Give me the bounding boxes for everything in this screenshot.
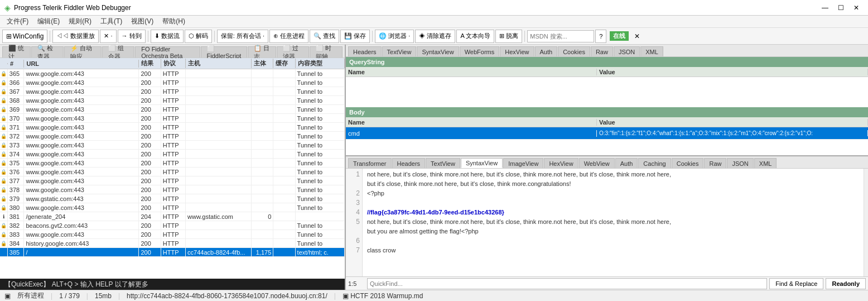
tab-composer[interactable]: ⬜ 组合器 xyxy=(102,46,135,58)
quickfind-input[interactable] xyxy=(367,278,767,289)
session-url: www.google.com:443 xyxy=(24,78,139,87)
save-button[interactable]: 💾 保存 xyxy=(340,30,370,43)
resp-tab-textview[interactable]: TextView xyxy=(426,158,460,168)
resp-tab-auth[interactable]: Auth xyxy=(615,158,638,168)
session-row[interactable]: 🔒 380 www.google.com:443 200 HTTP Tunnel… xyxy=(0,203,345,212)
tab-filters[interactable]: ⬜ 过滤器 xyxy=(277,46,310,58)
session-row[interactable]: 🔒 369 www.google.com:443 200 HTTP Tunnel… xyxy=(0,105,345,114)
session-row[interactable]: 🔒 376 www.google.com:443 200 HTTP Tunnel… xyxy=(0,168,345,176)
req-tab-xml[interactable]: XML xyxy=(640,46,663,56)
session-row[interactable]: 🔒 366 www.google.com:443 200 HTTP Tunnel… xyxy=(0,78,345,87)
session-row[interactable]: 🔒 368 www.google.com:443 200 HTTP Tunnel… xyxy=(0,96,345,105)
session-row[interactable]: 🔒 370 www.google.com:443 200 HTTP Tunnel… xyxy=(0,114,345,123)
session-row[interactable]: 🔒 374 www.google.com:443 200 HTTP Tunnel… xyxy=(0,150,345,159)
session-row[interactable]: 385 / 200 HTTP cc744acb-8824-4fb... 1,17… xyxy=(0,248,345,257)
resp-tab-imageview[interactable]: ImageView xyxy=(503,158,543,168)
session-row[interactable]: 🔒 371 www.google.com:443 200 HTTP Tunnel… xyxy=(0,123,345,132)
find-button[interactable]: 🔍 查找 xyxy=(310,30,339,43)
req-tab-hexview[interactable]: HexView xyxy=(500,46,534,56)
tab-autoresponse[interactable]: ⚡ 自动响应 xyxy=(64,46,102,58)
remove-button[interactable]: ✕ · xyxy=(100,30,116,43)
tab-inspector[interactable]: 🔍 检查器 xyxy=(31,46,64,58)
readonly-button[interactable]: Readonly xyxy=(826,278,866,289)
maximize-button[interactable]: ☐ xyxy=(833,2,848,13)
resp-tab-headers[interactable]: Headers xyxy=(392,158,426,168)
clear-button[interactable]: ◈ 清除遮存 xyxy=(415,30,455,43)
session-protocol: HTTP xyxy=(161,194,186,203)
toolbar-close-button[interactable]: ✕ xyxy=(630,31,644,42)
session-lock: 🔒 xyxy=(0,203,8,212)
qs-name-col: Name xyxy=(346,69,597,75)
req-tab-json[interactable]: JSON xyxy=(614,46,640,56)
req-tab-headers[interactable]: Headers xyxy=(348,46,382,56)
menu-tools[interactable]: 工具(T) xyxy=(96,16,127,27)
winconfig-button[interactable]: ⊞ WinConfig xyxy=(2,30,47,43)
find-replace-button[interactable]: Find & Replace xyxy=(769,278,823,289)
menu-help[interactable]: 帮助(H) xyxy=(158,16,190,27)
close-button[interactable]: ✕ xyxy=(849,2,864,13)
req-tab-syntaxview[interactable]: SyntaxView xyxy=(417,46,459,56)
session-row[interactable]: 🔒 373 www.google.com:443 200 HTTP Tunnel… xyxy=(0,141,345,150)
body-row-cmd[interactable]: cmd O:3:"fin":1:{s:2:"f1";O:4:"what":1:{… xyxy=(346,127,868,140)
menu-edit[interactable]: 编辑(E) xyxy=(33,16,64,27)
session-row[interactable]: 🔒 372 www.google.com:443 200 HTTP Tunnel… xyxy=(0,132,345,141)
browser-button[interactable]: 🌐 浏览器 · xyxy=(375,30,414,43)
replay-button[interactable]: ◁◁ 数据重放 xyxy=(52,30,99,43)
session-body xyxy=(252,132,273,141)
menu-file[interactable]: 文件(F) xyxy=(2,16,33,27)
session-body xyxy=(252,194,273,203)
resp-tab-webview[interactable]: WebView xyxy=(579,158,615,168)
quickexec-bar[interactable]: 【QuickExec】 ALT+Q > 输入 HELP 以了解更多 xyxy=(0,279,345,290)
resp-tab-xml[interactable]: XML xyxy=(754,158,777,168)
tab-stats[interactable]: ⬛ 统计 xyxy=(2,46,31,58)
session-cache xyxy=(273,203,295,212)
goto-button[interactable]: → 转到 xyxy=(118,30,146,43)
detach-button[interactable]: ⊞ 脱离 xyxy=(495,30,522,43)
minimize-button[interactable]: — xyxy=(818,2,832,13)
session-row[interactable]: 🔒 382 beacons.gvt2.com:443 200 HTTP Tunn… xyxy=(0,221,345,230)
session-row[interactable]: 🔒 377 www.google.com:443 200 HTTP Tunnel… xyxy=(0,176,345,185)
session-row[interactable]: 🔒 378 www.google.com:443 200 HTTP Tunnel… xyxy=(0,185,345,194)
req-tab-raw[interactable]: Raw xyxy=(591,46,613,56)
resp-tab-syntaxview[interactable]: SyntaxView xyxy=(461,158,503,168)
process-button[interactable]: ⊕ 任意进程 xyxy=(269,30,308,43)
tab-fiddlerscript[interactable]: ⬜ FiddlerScript xyxy=(201,46,248,58)
session-body xyxy=(252,239,273,248)
menu-view[interactable]: 视图(V) xyxy=(127,16,158,27)
req-tab-auth[interactable]: Auth xyxy=(535,46,558,56)
scrollbar[interactable] xyxy=(864,169,868,276)
session-row[interactable]: ℹ 381 /generate_204 204 HTTP www.gstatic… xyxy=(0,212,345,221)
resp-tab-transformer[interactable]: Transformer xyxy=(348,158,392,168)
tab-timeline[interactable]: ⬜ 时间轴 xyxy=(310,46,343,58)
req-tab-textview[interactable]: TextView xyxy=(382,46,417,56)
session-result: 200 xyxy=(139,221,161,230)
session-cache xyxy=(273,168,295,176)
req-tab-webforms[interactable]: WebForms xyxy=(460,46,500,56)
help-button[interactable]: ? xyxy=(595,30,606,43)
session-row[interactable]: 🔒 379 www.gstatic.com:443 200 HTTP Tunne… xyxy=(0,194,345,203)
session-row[interactable]: 🔒 383 www.google.com:443 200 HTTP Tunnel… xyxy=(0,230,345,239)
keep-button[interactable]: 保留: 所有会话 · xyxy=(217,30,268,43)
msdn-search-input[interactable] xyxy=(527,30,594,42)
resp-tab-hexview[interactable]: HexView xyxy=(544,158,578,168)
menu-rules[interactable]: 规则(R) xyxy=(64,16,96,27)
resp-tab-json[interactable]: JSON xyxy=(727,158,753,168)
textout-button[interactable]: A 文本向导 xyxy=(456,30,494,43)
process-filter: ▣ xyxy=(4,292,11,300)
session-result: 200 xyxy=(139,132,161,141)
resp-tab-raw[interactable]: Raw xyxy=(704,158,726,168)
session-body xyxy=(252,168,273,176)
session-protocol: HTTP xyxy=(161,132,186,141)
resp-tab-cookies[interactable]: Cookies xyxy=(672,158,704,168)
session-row[interactable]: 🔒 367 www.google.com:443 200 HTTP Tunnel… xyxy=(0,87,345,96)
decode-button[interactable]: ⬡ 解码 xyxy=(185,30,212,43)
session-row[interactable]: 🔒 384 history.google.com:443 200 HTTP Tu… xyxy=(0,239,345,248)
tab-log[interactable]: 📋 日志 xyxy=(248,46,276,58)
stream-button[interactable]: ⬇ 数据流 xyxy=(151,30,184,43)
session-row[interactable]: 🔒 375 www.google.com:443 200 HTTP Tunnel… xyxy=(0,159,345,168)
tab-orchestra[interactable]: FO Fiddler Orchestra Beta xyxy=(135,46,200,58)
resp-tab-caching[interactable]: Caching xyxy=(638,158,671,168)
col-cache-header: 缓存 xyxy=(273,59,295,68)
req-tab-cookies[interactable]: Cookies xyxy=(558,46,590,56)
session-row[interactable]: 🔒 365 www.google.com:443 200 HTTP Tunnel… xyxy=(0,69,345,78)
